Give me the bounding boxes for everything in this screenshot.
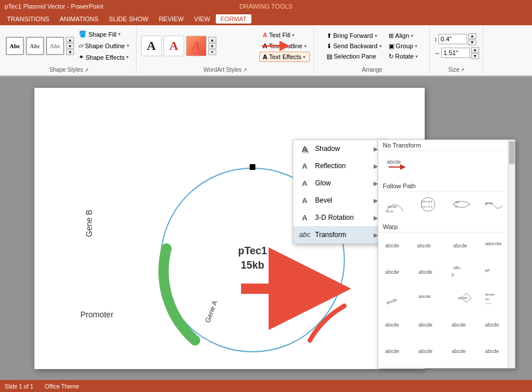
- slide-info: Slide 1 of 1: [5, 383, 33, 390]
- glow-item[interactable]: A Glow ▶: [293, 174, 384, 192]
- shape-styles-expand-icon[interactable]: ↗: [84, 67, 89, 73]
- shape-sample-3[interactable]: Abc: [46, 37, 64, 55]
- height-down[interactable]: ▼: [468, 40, 476, 45]
- warp-5[interactable]: abcde: [380, 261, 409, 286]
- svg-text:abcde: abcde: [418, 294, 431, 299]
- bevel-item[interactable]: A Bevel ▶: [293, 192, 384, 209]
- warp-19[interactable]: abcde: [447, 340, 476, 366]
- menu-animations[interactable]: ANIMATIONS: [55, 14, 103, 24]
- menu-slideshow[interactable]: SLIDE SHOW: [104, 14, 153, 24]
- svg-text:abcde: abcde: [387, 205, 397, 208]
- fp1-preview: abcde abcde: [383, 196, 406, 213]
- follow-path-title: Follow Path: [378, 181, 515, 192]
- wordart-expand-icon[interactable]: ↗: [243, 67, 247, 73]
- follow-path-4[interactable]: abcde: [480, 194, 509, 219]
- ribbon-content: Abc Abc Abc ▲ ▼ ▾ 🪣 Shape Fill ▾: [0, 25, 532, 76]
- follow-path-2[interactable]: a b c d e a b c d e: [414, 194, 442, 219]
- shadow-item[interactable]: A Shadow ▶: [293, 140, 384, 157]
- shape-sample-1[interactable]: Abc: [6, 37, 24, 55]
- width-input[interactable]: [441, 48, 470, 58]
- height-row: ↕ ▲ ▼: [434, 33, 479, 45]
- warp-8[interactable]: eP.: [480, 261, 509, 286]
- warp-13[interactable]: abcde: [380, 314, 409, 339]
- wordart-sample-gradient[interactable]: A: [186, 36, 207, 56]
- selection-pane-button[interactable]: ▤ Selection Pane: [324, 52, 385, 61]
- warp-9[interactable]: abcde: [380, 288, 409, 313]
- group-button[interactable]: ▣ Group ▾: [386, 41, 421, 51]
- no-transform-cell[interactable]: abcde: [380, 153, 413, 178]
- menu-transitions[interactable]: TRANSITIONS: [2, 14, 54, 24]
- warp-4[interactable]: abcde: [480, 235, 509, 260]
- warp-10[interactable]: abcde: [414, 288, 442, 313]
- shape-sample-2[interactable]: Abc: [26, 37, 44, 55]
- warp-3[interactable]: abcde: [447, 235, 476, 260]
- status-bar: Slide 1 of 1 Office Theme: [0, 380, 532, 392]
- svg-text:abcde: abcde: [386, 209, 394, 213]
- svg-text:abc: abc: [455, 200, 460, 204]
- warp-6[interactable]: abcde: [414, 261, 442, 286]
- warp-11[interactable]: abcde: [447, 288, 476, 313]
- shadow-label: Shadow: [315, 145, 369, 153]
- warp-20[interactable]: abcde: [480, 340, 509, 366]
- svg-text:abcde: abcde: [385, 348, 399, 354]
- menu-view[interactable]: VIEW: [189, 14, 215, 24]
- svg-text:abcde: abcde: [417, 243, 432, 249]
- height-up[interactable]: ▲: [468, 33, 476, 39]
- size-expand-icon[interactable]: ↗: [460, 67, 465, 73]
- ribbon: Abc Abc Abc ▲ ▼ ▾ 🪣 Shape Fill ▾: [0, 25, 532, 76]
- arrange-left-col: ⬆ Bring Forward ▾ ⬇ Send Backward ▾ ▤ Se…: [324, 31, 385, 61]
- warp-grid: abcde abcde abcde abcde abcde abcde: [378, 232, 515, 368]
- fp1-svg: abcde abcde: [383, 195, 406, 214]
- warp-16[interactable]: abcde: [480, 314, 509, 339]
- shape-styles-up[interactable]: ▲: [66, 37, 74, 42]
- shape-outline-button[interactable]: ▱ Shape Outline ▾: [75, 40, 133, 51]
- align-button[interactable]: ⊞ Align ▾: [386, 31, 421, 41]
- warp-15[interactable]: abcde: [447, 314, 476, 339]
- glow-icon: A: [299, 177, 310, 189]
- menu-review[interactable]: REVIEW: [154, 14, 188, 24]
- wordart-up[interactable]: ▲: [208, 37, 216, 42]
- wordart-label: WordArt Styles ↗: [203, 65, 247, 73]
- title-bar: pTec1 Plasmid Vector - PowerPoint DRAWIN…: [0, 0, 532, 13]
- shape-outline-caret: ▾: [127, 43, 129, 48]
- shape-effects-button[interactable]: ✦ Shape Effects ▾: [75, 52, 133, 63]
- drawing-tools-label: DRAWING TOOLS: [239, 3, 293, 10]
- wordart-sample-plain[interactable]: A: [141, 36, 162, 56]
- wordart-expand[interactable]: ▾: [208, 49, 216, 55]
- wordart-down[interactable]: ▼: [208, 43, 216, 49]
- shape-fill-button[interactable]: 🪣 Shape Fill ▾: [75, 29, 133, 40]
- svg-text:15kb: 15kb: [240, 259, 264, 271]
- arrange-label: Arrange: [362, 65, 382, 73]
- height-input[interactable]: [438, 34, 467, 44]
- transform-item[interactable]: abc Transform ▶: [293, 226, 384, 243]
- 3d-rotation-item[interactable]: A 3-D Rotation ▶: [293, 209, 384, 226]
- shape-styles-down[interactable]: ▼: [66, 43, 74, 49]
- menu-bar: TRANSITIONS ANIMATIONS SLIDE SHOW REVIEW…: [0, 13, 532, 25]
- svg-text:abcde: abcde: [485, 242, 502, 246]
- warp-17[interactable]: abcde: [380, 340, 409, 366]
- scrollbar-thumb[interactable]: [509, 141, 515, 164]
- menu-format[interactable]: FORMAT: [216, 14, 251, 24]
- warp-14[interactable]: abcde: [414, 314, 442, 339]
- follow-path-3[interactable]: abc ijk: [447, 194, 476, 219]
- width-up[interactable]: ▲: [471, 47, 479, 53]
- wordart-sample-red[interactable]: A: [164, 36, 184, 56]
- warp-7[interactable]: sBsβ: [447, 261, 476, 286]
- rotate-button[interactable]: ↻ Rotate ▾: [386, 52, 421, 61]
- submenu-scroll[interactable]: No Transform abcde: [378, 140, 515, 368]
- reflection-item[interactable]: A Reflection ▶: [293, 157, 384, 174]
- bring-forward-button[interactable]: ⬆ Bring Forward ▾: [324, 31, 385, 41]
- shape-sample-row: Abc Abc Abc ▲ ▼ ▾: [6, 37, 74, 55]
- warp-2[interactable]: abcde: [414, 235, 442, 260]
- send-backward-button[interactable]: ⬇ Send Backward ▾: [324, 41, 385, 51]
- warp-18[interactable]: abcde: [414, 340, 442, 366]
- svg-text:abcde: abcde: [418, 269, 433, 275]
- shape-styles-expand[interactable]: ▾: [66, 49, 74, 55]
- warp-1[interactable]: abcde: [380, 235, 409, 260]
- warp-12[interactable]: abcde abc abcde: [480, 288, 509, 313]
- fp2-preview: a b c d e a b c d e: [417, 196, 440, 213]
- follow-path-1[interactable]: abcde abcde: [380, 194, 409, 219]
- width-down[interactable]: ▼: [471, 53, 479, 59]
- glow-label: Glow: [315, 179, 369, 187]
- submenu-scrollbar[interactable]: [508, 140, 515, 368]
